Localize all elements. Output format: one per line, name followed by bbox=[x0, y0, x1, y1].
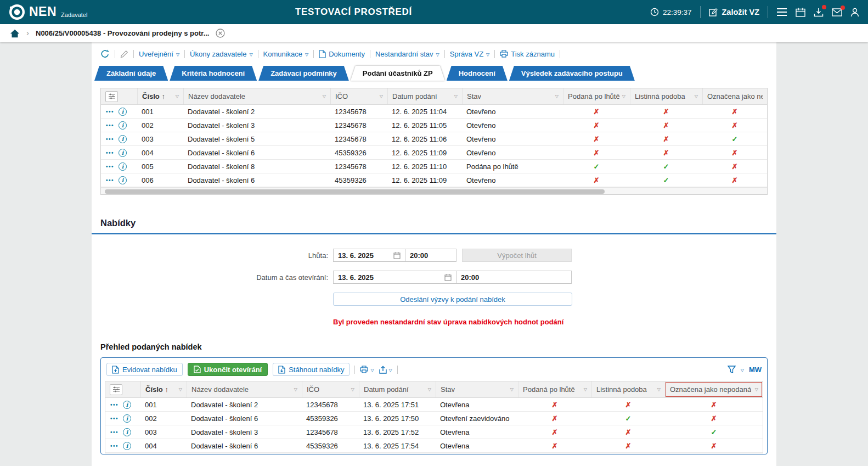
chevron-down-icon[interactable]: ▽ bbox=[741, 368, 744, 373]
column-header[interactable]: Datum podání▽ bbox=[387, 88, 462, 104]
toolbar-item[interactable]: Dokumenty bbox=[319, 50, 365, 58]
horizontal-scrollbar[interactable] bbox=[101, 187, 767, 194]
filter-caret-icon[interactable]: ▽ bbox=[294, 387, 297, 392]
print-menu-button[interactable]: ▽ bbox=[360, 366, 374, 373]
row-info-icon[interactable]: i bbox=[119, 149, 127, 157]
deadline-time-input[interactable]: 20:00 bbox=[405, 249, 456, 262]
create-vz-button[interactable]: Založit VZ bbox=[709, 8, 759, 17]
column-header[interactable]: IČO▽ bbox=[302, 381, 359, 397]
column-header[interactable]: Listinná podoba▽ bbox=[630, 88, 702, 104]
calendar-icon[interactable] bbox=[796, 8, 805, 17]
toolbar-item[interactable]: Tisk záznamu bbox=[500, 50, 555, 58]
column-header[interactable]: Označena jako nepodaná▽ bbox=[665, 381, 763, 397]
filter-caret-icon[interactable]: ▽ bbox=[584, 387, 587, 392]
table-row[interactable]: •••i001Dodavatel - školení 21234567813. … bbox=[105, 398, 763, 412]
filter-caret-icon[interactable]: ▽ bbox=[695, 94, 698, 99]
column-header[interactable]: Název dodavatele▽ bbox=[183, 88, 330, 104]
filter-caret-icon[interactable]: ▽ bbox=[380, 94, 383, 99]
home-icon[interactable] bbox=[10, 29, 20, 38]
row-menu-icon[interactable]: ••• bbox=[106, 109, 114, 115]
row-menu-icon[interactable]: ••• bbox=[106, 122, 114, 128]
download-offers-button[interactable]: Stáhnout nabídky bbox=[273, 363, 350, 376]
row-info-icon[interactable]: i bbox=[119, 135, 127, 143]
table-row[interactable]: •••i002Dodavatel - školení 64535932613. … bbox=[105, 412, 763, 425]
column-header[interactable]: Podaná po lhůtě▽ bbox=[563, 88, 630, 104]
filter-caret-icon[interactable]: ▽ bbox=[323, 94, 326, 99]
filter-caret-icon[interactable]: ▽ bbox=[179, 387, 182, 392]
row-info-icon[interactable]: i bbox=[119, 162, 127, 171]
column-header[interactable]: Název dodavatele▽ bbox=[187, 381, 302, 397]
filter-funnel-icon[interactable] bbox=[728, 366, 736, 373]
row-menu-icon[interactable]: ••• bbox=[106, 164, 114, 170]
row-info-icon[interactable]: i bbox=[123, 401, 131, 409]
column-header[interactable]: Podaná po lhůtě▽ bbox=[518, 381, 591, 397]
column-header[interactable]: Stav▽ bbox=[436, 381, 518, 397]
column-header[interactable]: Označena jako nepodaná bbox=[702, 88, 767, 104]
column-settings-icon[interactable] bbox=[110, 384, 122, 395]
column-header[interactable]: Listinná podoba▽ bbox=[591, 381, 665, 397]
toolbar-item[interactable]: Nestandardní stav▽ bbox=[375, 50, 439, 58]
scrollbar-thumb[interactable] bbox=[105, 189, 605, 194]
table-row[interactable]: •••i001Dodavatel - školení 21234567812. … bbox=[101, 105, 767, 119]
edit-pencil-icon[interactable] bbox=[120, 50, 128, 58]
tab-podani-ucastniku-zp[interactable]: Podání účastníků ZP bbox=[351, 66, 445, 81]
column-header[interactable]: IČO▽ bbox=[330, 88, 387, 104]
row-menu-icon[interactable]: ••• bbox=[110, 416, 119, 422]
filter-caret-icon[interactable]: ▽ bbox=[351, 387, 354, 392]
row-menu-icon[interactable]: ••• bbox=[110, 402, 119, 408]
tab-zadavaci-podminky[interactable]: Zadávací podmínky bbox=[258, 66, 349, 81]
table-row[interactable]: •••i003Dodavatel - školení 31234567813. … bbox=[105, 425, 763, 439]
filter-caret-icon[interactable]: ▽ bbox=[176, 94, 179, 99]
column-header[interactable]: Stav▽ bbox=[462, 88, 563, 104]
table-row[interactable]: •••i004Dodavatel - školení 64535932613. … bbox=[105, 439, 763, 453]
tab-kriteria-hodnoceni[interactable]: Kritéria hodnocení bbox=[170, 66, 257, 81]
row-info-icon[interactable]: i bbox=[123, 414, 131, 423]
finish-opening-button[interactable]: Ukončit otevírání bbox=[188, 363, 268, 376]
filter-caret-icon[interactable]: ▽ bbox=[454, 94, 458, 99]
table-row[interactable]: •••i003Dodavatel - školení 51234567812. … bbox=[101, 132, 767, 146]
history-undo-icon[interactable] bbox=[100, 49, 110, 58]
filter-caret-icon[interactable]: ▽ bbox=[428, 387, 431, 392]
toolbar-item[interactable]: Uveřejnění▽ bbox=[139, 50, 179, 58]
row-info-icon[interactable]: i bbox=[119, 121, 127, 130]
toolbar-item[interactable]: Úkony zadavatele▽ bbox=[190, 50, 253, 58]
filter-caret-icon[interactable]: ▽ bbox=[622, 94, 625, 99]
downloads-icon[interactable] bbox=[814, 8, 824, 17]
user-profile-icon[interactable] bbox=[850, 8, 859, 17]
column-header[interactable]: Číslo ↑▽ bbox=[137, 88, 183, 104]
mw-views-button[interactable]: MW bbox=[749, 366, 762, 374]
opening-time-input[interactable]: 20:00 bbox=[456, 271, 572, 284]
send-invitation-button[interactable]: Odeslání výzvy k podání nabídek bbox=[333, 293, 572, 306]
row-menu-icon[interactable]: ••• bbox=[106, 177, 114, 183]
column-header[interactable]: Číslo ↑▽ bbox=[140, 381, 187, 397]
row-info-icon[interactable]: i bbox=[119, 108, 127, 116]
table-row[interactable]: •••i002Dodavatel - školení 31234567812. … bbox=[101, 119, 767, 132]
row-menu-icon[interactable]: ••• bbox=[110, 429, 119, 435]
row-menu-icon[interactable]: ••• bbox=[106, 136, 114, 142]
tab-zakladni-udaje[interactable]: Základní údaje bbox=[94, 66, 168, 81]
toolbar-item[interactable]: Správa VZ▽ bbox=[450, 50, 490, 58]
row-info-icon[interactable]: i bbox=[123, 428, 131, 436]
opening-date-input[interactable]: 13. 6. 2025 bbox=[333, 271, 456, 284]
calendar-small-icon[interactable] bbox=[444, 274, 452, 281]
table-row[interactable]: •••i006Dodavatel - školení 64535932612. … bbox=[101, 173, 767, 187]
export-menu-button[interactable]: ▽ bbox=[379, 366, 392, 374]
register-offer-button[interactable]: Evidovat nabídku bbox=[106, 363, 183, 376]
filter-caret-icon[interactable]: ▽ bbox=[555, 94, 559, 99]
row-info-icon[interactable]: i bbox=[123, 442, 131, 450]
close-record-icon[interactable] bbox=[216, 29, 225, 38]
filter-caret-icon[interactable]: ▽ bbox=[657, 387, 661, 392]
row-info-icon[interactable]: i bbox=[119, 176, 127, 184]
messages-icon[interactable] bbox=[832, 8, 842, 16]
deadline-date-input[interactable]: 13. 6. 2025 bbox=[333, 249, 405, 262]
filter-caret-icon[interactable]: ▽ bbox=[755, 387, 758, 392]
column-settings-icon[interactable] bbox=[105, 91, 118, 102]
row-menu-icon[interactable]: ••• bbox=[106, 150, 114, 156]
row-menu-icon[interactable]: ••• bbox=[110, 443, 119, 449]
table-row[interactable]: •••i005Dodavatel - školení 81234567812. … bbox=[101, 160, 767, 173]
calendar-small-icon[interactable] bbox=[393, 252, 401, 259]
breadcrumb-record-title[interactable]: N006/25/V00005438 - Provozování prodejny… bbox=[36, 29, 209, 37]
calculate-deadlines-button[interactable]: Výpočet lhůt bbox=[462, 249, 572, 262]
tab-hodnoceni[interactable]: Hodnocení bbox=[447, 66, 508, 81]
tab-vysledek-zadavaciho-postupu[interactable]: Výsledek zadávacího postupu bbox=[509, 66, 635, 81]
